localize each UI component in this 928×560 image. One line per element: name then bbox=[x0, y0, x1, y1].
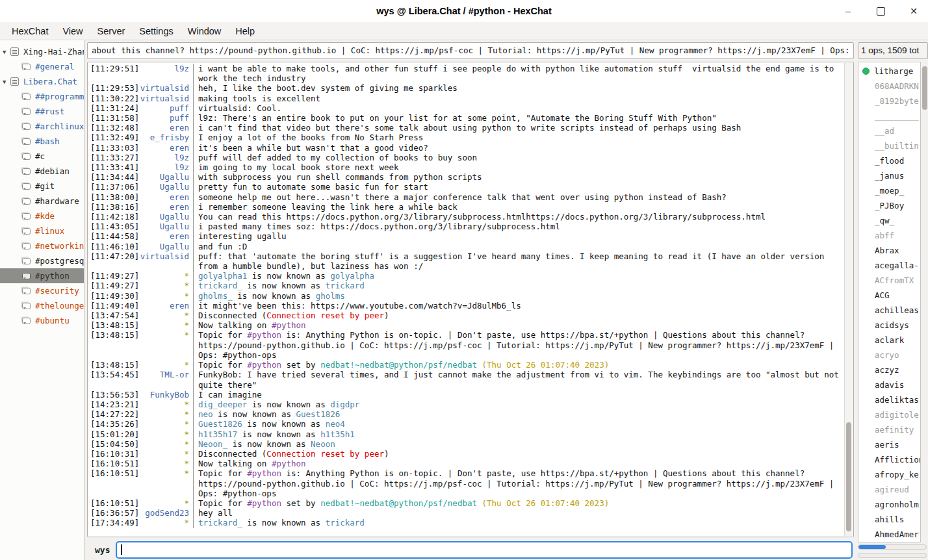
topic-bar[interactable]: about this channel? https://pound-python… bbox=[87, 42, 854, 59]
userlist-wrap: litharge068AADRKN_8192byte___________ad_… bbox=[858, 62, 928, 542]
sidebar-item--git[interactable]: #git bbox=[0, 179, 84, 194]
message-segment-rename: Neoon_ bbox=[198, 439, 227, 449]
timestamp: [11:38:16] bbox=[90, 202, 139, 212]
message-segment: Disconnected ( bbox=[198, 449, 266, 459]
message-segment-purple: #python bbox=[272, 459, 306, 468]
sidebar-item--ubuntu[interactable]: #ubuntu bbox=[0, 313, 84, 328]
menu-settings[interactable]: Settings bbox=[133, 24, 179, 38]
maximize-button[interactable] bbox=[877, 7, 885, 16]
chat-meta: [13:54:45]TML-or bbox=[90, 370, 193, 389]
user-nick: ACG bbox=[875, 290, 890, 300]
sidebar-item--security[interactable]: #security bbox=[0, 283, 84, 298]
chat-scrollbar-thumb[interactable] bbox=[846, 422, 851, 531]
user-list-item[interactable]: aclark bbox=[858, 333, 920, 348]
chat-line: [14:23:21]*dig_deeper is now known as di… bbox=[90, 400, 843, 409]
user-nick: adeliktas bbox=[875, 395, 919, 405]
user-list-item[interactable]: acryo bbox=[858, 348, 920, 363]
user-nick: adigitole bbox=[875, 410, 919, 420]
user-list-item[interactable]: adigitole bbox=[858, 407, 920, 422]
sidebar-item--rust[interactable]: ##rust bbox=[0, 104, 84, 119]
user-list-item[interactable]: _moep_ bbox=[858, 183, 920, 198]
user-nick: _PJBoy bbox=[875, 201, 904, 210]
user-list-item[interactable]: ACfromTX bbox=[858, 273, 920, 288]
menu-help[interactable]: Help bbox=[229, 24, 261, 38]
timestamp: [14:23:21] bbox=[90, 400, 139, 409]
menu-hexchat[interactable]: HexChat bbox=[5, 24, 55, 38]
user-list-item[interactable]: agronholm bbox=[858, 497, 920, 512]
event-star: * bbox=[184, 459, 189, 468]
user-list-item[interactable]: _8192byte bbox=[858, 94, 920, 108]
user-list-item[interactable]: aeris bbox=[858, 437, 920, 452]
menu-view[interactable]: View bbox=[56, 24, 89, 38]
user-list-item[interactable]: acegalla- bbox=[858, 258, 920, 273]
userlist-scrollbar-thumb[interactable] bbox=[922, 66, 927, 110]
user-nick: achilleas bbox=[875, 305, 919, 315]
user-list-item[interactable]: 068AADRKN bbox=[858, 79, 920, 94]
user-list-item[interactable]: _flood bbox=[858, 153, 920, 168]
user-list-item[interactable]: Abrax bbox=[858, 243, 920, 258]
chat-scrollbar[interactable] bbox=[844, 63, 853, 536]
nick: virtualsid bbox=[140, 94, 189, 103]
user-list-item[interactable]: afropy_ke bbox=[858, 467, 920, 482]
timestamp: [16:10:51] bbox=[90, 498, 139, 508]
user-list-item[interactable]: aefinity bbox=[858, 422, 920, 437]
user-list-item[interactable]: _janus bbox=[858, 168, 920, 183]
userlist-scrollbar[interactable] bbox=[921, 62, 928, 542]
sidebar-item--general[interactable]: #general bbox=[0, 59, 84, 74]
sidebar-item--postgresql[interactable]: #postgresql bbox=[0, 253, 84, 268]
user-list-item[interactable]: ahills bbox=[858, 512, 920, 527]
user-list-item[interactable]: _________ bbox=[858, 108, 920, 123]
throttle-meter bbox=[858, 553, 927, 558]
message-text: i want be able to make tools, and other … bbox=[193, 64, 843, 83]
user-nick: AhmedAmer bbox=[875, 529, 919, 539]
close-button[interactable]: ✕ bbox=[909, 6, 919, 16]
expander-icon[interactable]: ▼ bbox=[3, 49, 10, 55]
user-list-item[interactable]: ACG bbox=[858, 288, 920, 303]
user-list-item[interactable]: acidsys bbox=[858, 318, 920, 333]
chat-line: [11:32:49]e_frisbyI enjoy a lot of the b… bbox=[90, 133, 843, 142]
user-list-item[interactable]: agireud bbox=[858, 482, 920, 497]
sidebar-item-label: #bash bbox=[35, 136, 60, 146]
sidebar-item--thelounge[interactable]: #thelounge bbox=[0, 298, 84, 313]
sidebar-item--python[interactable]: #python bbox=[0, 268, 84, 283]
user-list-item[interactable]: aczyz bbox=[858, 363, 920, 377]
sidebar-item--networking[interactable]: #networking bbox=[0, 238, 84, 253]
message-text: Now talking on #python bbox=[193, 459, 843, 468]
sidebar-item-libera-chat[interactable]: ▼Libera.Chat bbox=[0, 74, 84, 89]
channel-icon bbox=[22, 288, 31, 294]
timestamp: [11:31:24] bbox=[90, 103, 139, 113]
user-list-item[interactable]: __ad bbox=[858, 123, 920, 138]
user-list-item[interactable]: adavis bbox=[858, 377, 920, 392]
user-list-item[interactable]: _PJBoy bbox=[858, 198, 920, 213]
event-star: * bbox=[184, 429, 189, 439]
minimize-button[interactable]: – bbox=[843, 6, 853, 16]
menu-window[interactable]: Window bbox=[181, 24, 228, 38]
nick: eren bbox=[170, 231, 189, 241]
user-list-item[interactable]: AhmedAmer bbox=[858, 527, 920, 542]
user-list-item[interactable]: abff bbox=[858, 228, 920, 243]
event-star: * bbox=[184, 291, 189, 301]
user-nick: agireud bbox=[875, 485, 909, 494]
sidebar-item--archlinux[interactable]: #archlinux bbox=[0, 119, 84, 134]
sidebar-item--debian[interactable]: #debian bbox=[0, 164, 84, 179]
menu-server[interactable]: Server bbox=[91, 24, 132, 38]
sidebar-item--c[interactable]: #c bbox=[0, 149, 84, 164]
user-list-item[interactable]: __builtin bbox=[858, 138, 920, 153]
user-list-item[interactable]: Affliction bbox=[858, 452, 920, 467]
user-list-item[interactable]: adeliktas bbox=[858, 392, 920, 407]
chat-line: [13:47:54]*Disconnected (Connection rese… bbox=[90, 311, 843, 320]
sidebar-item--hardware[interactable]: #hardware bbox=[0, 194, 84, 209]
sidebar-item--kde[interactable]: #kde bbox=[0, 209, 84, 223]
sidebar-item--programming[interactable]: ##programming bbox=[0, 89, 84, 104]
chat-meta: [13:48:15]* bbox=[90, 360, 193, 370]
expander-icon[interactable]: ▼ bbox=[3, 79, 10, 85]
user-list-item[interactable]: achilleas bbox=[858, 303, 920, 318]
user-list-item[interactable]: litharge bbox=[858, 64, 920, 79]
nick: Ugallu bbox=[160, 222, 189, 231]
user-list-item[interactable]: _qw_ bbox=[858, 213, 920, 228]
sidebar-item-xing-hai-zhang[interactable]: ▼Xing-Hai-Zhang bbox=[0, 44, 84, 59]
channel-icon bbox=[22, 228, 31, 235]
sidebar-item--linux[interactable]: #linux bbox=[0, 223, 84, 238]
message-input[interactable] bbox=[116, 541, 853, 559]
sidebar-item--bash[interactable]: #bash bbox=[0, 134, 84, 149]
